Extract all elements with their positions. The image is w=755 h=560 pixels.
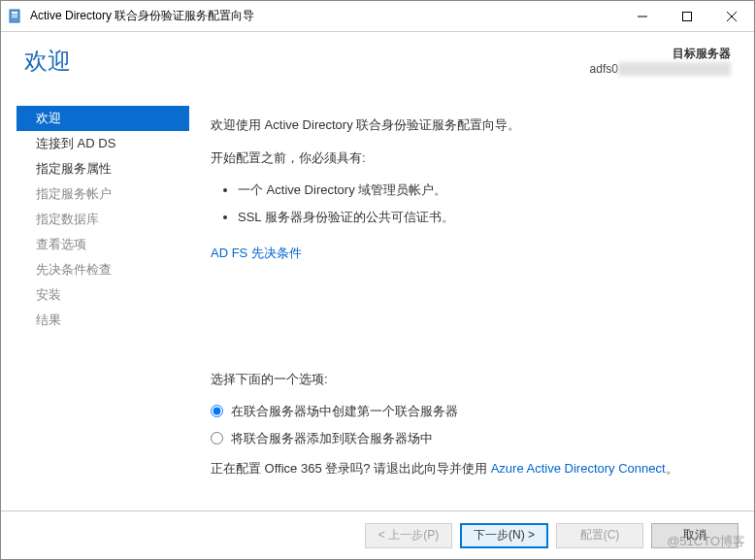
window-title: Active Directory 联合身份验证服务配置向导: [30, 8, 620, 24]
radio-add-server-input[interactable]: [211, 432, 223, 445]
sidebar-item-install: 安装: [20, 282, 191, 308]
app-icon: [9, 9, 24, 24]
deployment-radio-group: 在联合服务器场中创建第一个联合服务器 将联合服务器添加到联合服务器场中: [211, 402, 725, 447]
prereq-list: 一个 Active Directory 域管理员帐户。 SSL 服务器身份验证的…: [238, 181, 725, 226]
titlebar: Active Directory 联合身份验证服务配置向导: [1, 1, 754, 32]
prereq-item: 一个 Active Directory 域管理员帐户。: [238, 181, 725, 200]
header: 欢迎 目标服务器 adfs0hidden: [1, 32, 754, 100]
body: 欢迎 连接到 AD DS 指定服务属性 指定服务帐户 指定数据库 查看选项 先决…: [1, 100, 754, 511]
close-button[interactable]: [709, 1, 754, 31]
minimize-button[interactable]: [620, 1, 665, 31]
sidebar-item-service-properties[interactable]: 指定服务属性: [20, 156, 191, 181]
wizard-window: Active Directory 联合身份验证服务配置向导 欢迎 目标服务器 a…: [0, 0, 755, 560]
configure-button: 配置(C): [556, 523, 643, 548]
sidebar-item-service-account: 指定服务帐户: [20, 181, 191, 207]
sidebar-item-results: 结果: [20, 308, 191, 333]
radio-create-first-server-input[interactable]: [211, 405, 223, 417]
next-button[interactable]: 下一步(N) >: [460, 523, 548, 548]
sidebar: 欢迎 连接到 AD DS 指定服务属性 指定服务帐户 指定数据库 查看选项 先决…: [1, 106, 191, 511]
sidebar-item-prereq-check: 先决条件检查: [20, 257, 191, 282]
sidebar-item-database: 指定数据库: [20, 207, 191, 232]
content-panel: 欢迎使用 Active Directory 联合身份验证服务配置向导。 开始配置…: [191, 106, 754, 511]
target-server-info: 目标服务器 adfs0hidden: [590, 46, 731, 76]
target-server-value: adfs0hidden: [590, 62, 731, 76]
watermark: @51CTO博客: [667, 533, 745, 550]
maximize-button[interactable]: [665, 1, 709, 31]
choose-label: 选择下面的一个选项:: [211, 370, 725, 389]
prereq-item: SSL 服务器身份验证的公共可信证书。: [238, 208, 725, 227]
svg-rect-0: [10, 10, 19, 22]
window-controls: [620, 1, 754, 31]
prereq-link[interactable]: AD FS 先决条件: [211, 246, 302, 260]
azure-ad-connect-link[interactable]: Azure Active Directory Connect: [491, 461, 666, 476]
sidebar-item-review-options: 查看选项: [20, 232, 191, 257]
svg-rect-5: [683, 12, 692, 20]
intro-text: 欢迎使用 Active Directory 联合身份验证服务配置向导。: [211, 115, 725, 135]
radio-add-server[interactable]: 将联合服务器添加到联合服务器场中: [211, 429, 725, 448]
svg-rect-1: [12, 12, 17, 14]
sidebar-item-connect-ad-ds[interactable]: 连接到 AD DS: [20, 131, 191, 156]
page-title: 欢迎: [24, 46, 71, 77]
sidebar-item-welcome[interactable]: 欢迎: [16, 106, 189, 131]
radio-create-first-server[interactable]: 在联合服务器场中创建第一个联合服务器: [211, 402, 725, 421]
svg-rect-3: [12, 16, 17, 17]
button-bar: < 上一步(P) 下一步(N) > 配置(C) 取消: [1, 511, 754, 559]
prereq-header: 开始配置之前，你必须具有:: [211, 148, 725, 168]
o365-text: 正在配置 Office 365 登录吗? 请退出此向导并使用 Azure Act…: [211, 459, 725, 478]
svg-rect-2: [12, 15, 17, 16]
target-server-label: 目标服务器: [590, 46, 731, 62]
previous-button: < 上一步(P): [365, 523, 452, 548]
